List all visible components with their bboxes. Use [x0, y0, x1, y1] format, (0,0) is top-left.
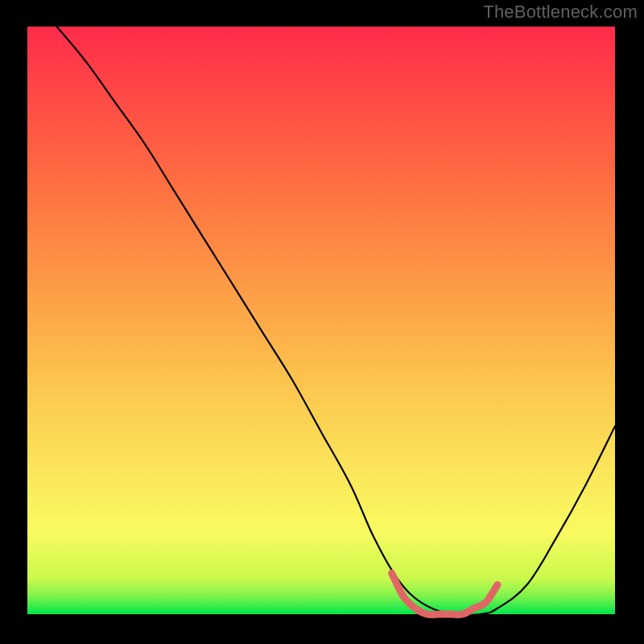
plot-area — [27, 27, 615, 614]
safe-zone-marker — [392, 573, 497, 615]
bottleneck-curve — [57, 27, 616, 616]
chart-frame: TheBottleneck.com — [0, 0, 644, 644]
watermark-label: TheBottleneck.com — [483, 2, 638, 23]
chart-svg — [27, 27, 615, 614]
